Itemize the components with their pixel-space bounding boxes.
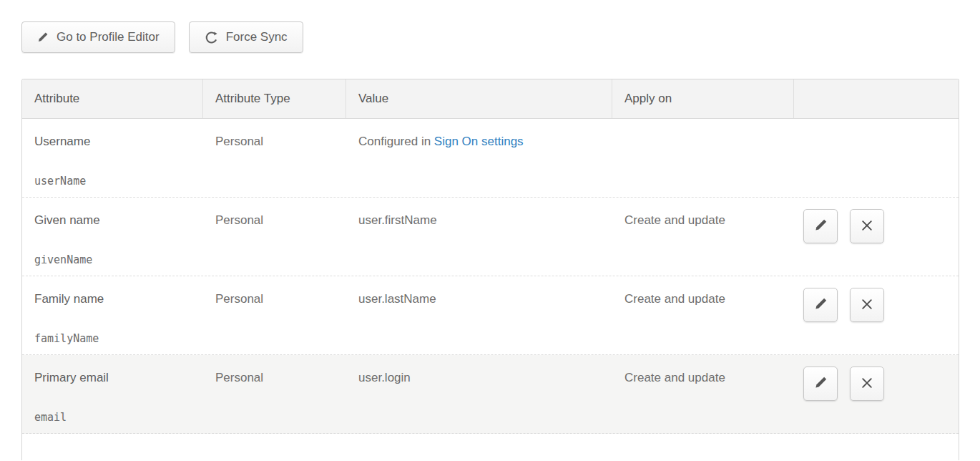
column-header-attribute: Attribute xyxy=(22,79,203,118)
value-cell: user.login xyxy=(346,355,612,433)
row-actions xyxy=(794,198,959,276)
table-row: Family name familyName Personal user.las… xyxy=(22,276,959,355)
remove-attribute-button[interactable] xyxy=(850,209,884,243)
force-sync-button[interactable]: Force Sync xyxy=(189,21,303,53)
remove-attribute-button[interactable] xyxy=(850,367,884,401)
attribute-value: user.firstName xyxy=(358,213,437,227)
apply-on-cell: Create and update xyxy=(612,198,794,276)
column-header-actions xyxy=(794,79,959,118)
remove-attribute-button[interactable] xyxy=(850,288,884,322)
attribute-value: Configured in xyxy=(358,135,434,148)
value-cell: user.firstName xyxy=(346,198,612,276)
attribute-name: givenName xyxy=(34,253,197,267)
attribute-label: Given name xyxy=(34,213,197,228)
apply-on: Create and update xyxy=(624,292,725,306)
go-to-profile-editor-button[interactable]: Go to Profile Editor xyxy=(21,21,175,53)
edit-attribute-button[interactable] xyxy=(803,367,838,401)
attribute-value: user.login xyxy=(358,371,411,384)
row-actions xyxy=(794,355,959,433)
apply-on: Create and update xyxy=(624,371,725,384)
attribute-cell: Given name givenName xyxy=(22,198,203,276)
attribute-type: Personal xyxy=(215,213,263,227)
toolbar: Go to Profile Editor Force Sync xyxy=(21,21,303,53)
value-cell: user.lastName xyxy=(346,276,612,354)
attribute-type-cell: Personal xyxy=(203,355,346,433)
apply-on: Create and update xyxy=(624,213,725,227)
page: Go to Profile Editor Force Sync Attribut… xyxy=(0,0,980,461)
force-sync-label: Force Sync xyxy=(226,30,288,44)
edit-attribute-button[interactable] xyxy=(803,288,838,322)
x-icon xyxy=(861,219,873,234)
apply-on-cell: Create and update xyxy=(612,276,794,354)
apply-on-cell xyxy=(612,119,794,197)
attribute-cell: Primary email email xyxy=(22,355,203,433)
attribute-cell: Family name familyName xyxy=(22,276,203,354)
table-row-partial xyxy=(22,434,959,460)
attribute-name: email xyxy=(34,410,197,424)
attribute-label: Primary email xyxy=(34,370,197,385)
column-header-attribute-type: Attribute Type xyxy=(203,79,346,118)
pencil-icon xyxy=(814,376,828,392)
pencil-icon xyxy=(814,218,828,234)
attribute-type-cell: Personal xyxy=(203,119,346,197)
x-icon xyxy=(861,298,873,313)
apply-on-cell: Create and update xyxy=(612,355,794,433)
column-header-apply-on: Apply on xyxy=(612,79,794,118)
pencil-icon xyxy=(814,297,828,313)
attribute-value: user.lastName xyxy=(358,292,436,306)
attribute-label: Username xyxy=(34,134,197,149)
table-row: Given name givenName Personal user.first… xyxy=(22,198,959,276)
attribute-cell: Username userName xyxy=(22,119,203,197)
attribute-type-cell: Personal xyxy=(203,198,346,276)
row-actions xyxy=(794,276,959,354)
attribute-label: Family name xyxy=(34,291,197,306)
attribute-name: familyName xyxy=(34,331,197,346)
attribute-type-cell: Personal xyxy=(203,276,346,354)
attribute-name: userName xyxy=(34,174,197,188)
table-row: Primary email email Personal user.login … xyxy=(22,355,959,434)
table-row: Username userName Personal Configured in… xyxy=(22,119,959,198)
sign-on-settings-link[interactable]: Sign On settings xyxy=(434,135,524,148)
attribute-type: Personal xyxy=(215,292,263,306)
attribute-type: Personal xyxy=(215,135,263,148)
attribute-mappings-table: Attribute Attribute Type Value Apply on … xyxy=(21,79,959,460)
edit-attribute-button[interactable] xyxy=(803,209,838,243)
attribute-type: Personal xyxy=(215,371,263,384)
table-header: Attribute Attribute Type Value Apply on xyxy=(22,79,959,119)
go-to-profile-editor-label: Go to Profile Editor xyxy=(57,30,160,44)
value-cell: Configured in Sign On settings xyxy=(346,119,612,197)
table-body: Username userName Personal Configured in… xyxy=(22,119,959,460)
sync-icon xyxy=(205,31,218,44)
x-icon xyxy=(861,377,873,392)
column-header-value: Value xyxy=(346,79,612,118)
pencil-icon xyxy=(37,31,49,43)
